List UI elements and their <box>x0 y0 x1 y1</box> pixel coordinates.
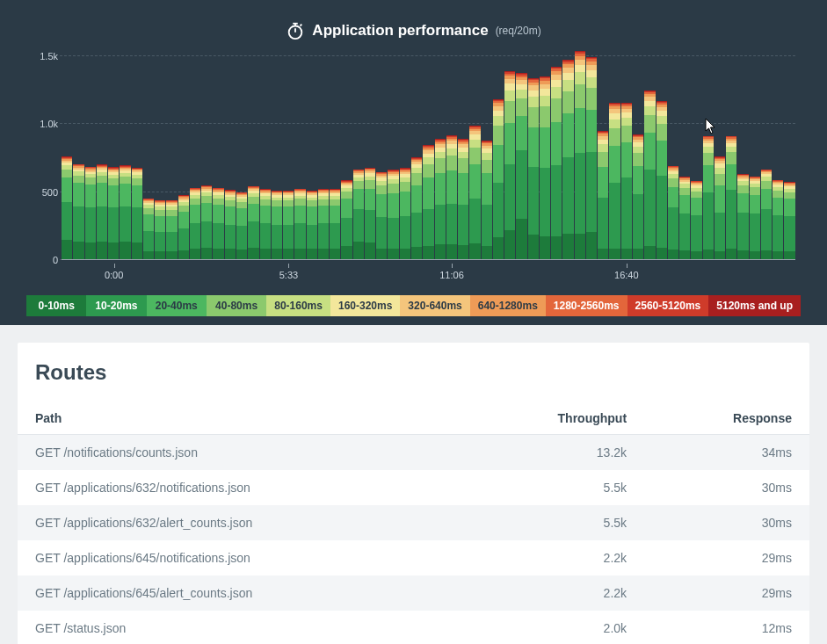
chart-bar[interactable] <box>388 170 398 259</box>
legend-item[interactable]: 20-40ms <box>147 295 207 316</box>
legend-item[interactable]: 10-20ms <box>86 295 146 316</box>
chart-bar[interactable] <box>644 90 655 259</box>
chart-bar[interactable] <box>307 191 317 259</box>
chart-bar[interactable] <box>458 139 468 259</box>
chart-bar[interactable] <box>330 189 340 259</box>
table-row[interactable]: GET /applications/645/notifications.json… <box>18 540 809 575</box>
legend-item[interactable]: 2560-5120ms <box>628 295 709 316</box>
legend-item[interactable]: 5120ms and up <box>708 295 801 316</box>
legend-item[interactable]: 40-80ms <box>207 295 266 316</box>
chart-bar[interactable] <box>85 167 96 259</box>
chart-bar[interactable] <box>411 157 422 259</box>
chart-bar[interactable] <box>562 60 573 259</box>
chart-bar[interactable] <box>190 188 200 260</box>
y-tick: 0 <box>53 255 58 265</box>
cell-throughput: 5.5k <box>461 470 644 505</box>
chart-bar[interactable] <box>482 141 492 259</box>
table-row[interactable]: GET /applications/645/alert_counts.json2… <box>18 575 809 611</box>
chart-bar[interactable] <box>784 182 794 259</box>
chart-bar[interactable] <box>365 168 375 259</box>
chart-bar[interactable] <box>668 166 678 259</box>
chart-bar[interactable] <box>143 199 154 259</box>
chart-bar[interactable] <box>260 189 271 259</box>
table-row[interactable]: GET /notifications/counts.json13.2k34ms <box>18 435 809 471</box>
chart-bar[interactable] <box>691 181 701 259</box>
chart-bars[interactable] <box>62 49 795 260</box>
chart-bar[interactable] <box>540 76 550 259</box>
chart-bar[interactable] <box>353 170 364 259</box>
cell-throughput: 13.2k <box>461 435 644 471</box>
chart-bar[interactable] <box>166 200 177 259</box>
chart-bar[interactable] <box>225 190 236 259</box>
chart-bar[interactable] <box>575 51 585 259</box>
chart-bar[interactable] <box>272 191 282 259</box>
chart-bar[interactable] <box>726 136 736 259</box>
chart-bar[interactable] <box>318 189 329 259</box>
chart-bar[interactable] <box>108 167 119 259</box>
chart-bar[interactable] <box>504 71 515 259</box>
table-row[interactable]: GET /applications/632/alert_counts.json5… <box>18 505 809 540</box>
chart-bar[interactable] <box>283 191 294 259</box>
chart-bar[interactable] <box>773 180 783 259</box>
cell-path: GET /applications/645/alert_counts.json <box>18 575 461 611</box>
cell-path: GET /applications/632/notifications.json <box>18 470 461 505</box>
legend-item[interactable]: 160-320ms <box>330 295 400 316</box>
cell-path: GET /applications/632/alert_counts.json <box>18 505 461 540</box>
cell-path: GET /status.json <box>18 611 461 644</box>
chart-bar[interactable] <box>750 177 760 259</box>
chart-bar[interactable] <box>679 177 690 259</box>
legend-item[interactable]: 640-1280ms <box>470 295 546 316</box>
table-row[interactable]: GET /status.json2.0k12ms <box>18 611 809 644</box>
chart-bar[interactable] <box>737 174 748 259</box>
chart-bar[interactable] <box>469 126 480 259</box>
chart-bar[interactable] <box>516 73 526 259</box>
legend-item[interactable]: 320-640ms <box>400 295 469 316</box>
col-response[interactable]: Response <box>644 402 809 435</box>
chart-bar[interactable] <box>62 156 72 259</box>
col-throughput[interactable]: Throughput <box>461 402 644 435</box>
chart-bar[interactable] <box>97 164 107 259</box>
chart-bar[interactable] <box>294 189 305 259</box>
chart-bar[interactable] <box>178 195 189 259</box>
chart-bar[interactable] <box>703 136 714 259</box>
table-row[interactable]: GET /applications/632/notifications.json… <box>18 470 809 505</box>
chart-bar[interactable] <box>551 67 562 260</box>
chart-bar[interactable] <box>236 192 247 259</box>
cell-path: GET /notifications/counts.json <box>18 435 461 471</box>
chart-bar[interactable] <box>435 139 446 259</box>
chart-bar[interactable] <box>528 78 539 259</box>
chart-panel: Application performance (req/20m) 05001.… <box>0 0 827 325</box>
chart-bar[interactable] <box>400 168 410 259</box>
y-axis: 05001.0k1.5k <box>26 49 58 260</box>
chart-bar[interactable] <box>341 180 352 259</box>
col-path[interactable]: Path <box>18 402 461 435</box>
chart-bar[interactable] <box>73 164 83 259</box>
cell-throughput: 5.5k <box>461 505 644 540</box>
chart-bar[interactable] <box>657 101 667 259</box>
chart-subtitle: (req/20m) <box>496 25 541 37</box>
chart-bar[interactable] <box>493 99 504 259</box>
chart-bar[interactable] <box>761 170 772 259</box>
chart-bar[interactable] <box>446 135 457 259</box>
chart-bar[interactable] <box>715 156 725 259</box>
x-axis: 0:005:3311:0616:40 <box>62 264 795 286</box>
chart-bar[interactable] <box>586 57 597 259</box>
x-tick: 5:33 <box>279 270 298 280</box>
chart-bar[interactable] <box>598 131 608 259</box>
routes-panel: Routes Path Throughput Response GET /not… <box>18 343 809 644</box>
chart-bar[interactable] <box>609 103 620 259</box>
chart-bar[interactable] <box>213 188 223 259</box>
cell-path: GET /applications/645/notifications.json <box>18 540 461 575</box>
chart-bar[interactable] <box>155 200 165 259</box>
chart-bar[interactable] <box>248 186 258 259</box>
legend-item[interactable]: 80-160ms <box>266 295 330 316</box>
chart-bar[interactable] <box>201 185 212 259</box>
chart-bar[interactable] <box>120 165 130 259</box>
chart-bar[interactable] <box>132 168 142 259</box>
chart-bar[interactable] <box>621 103 632 259</box>
legend-item[interactable]: 0-10ms <box>26 295 86 316</box>
chart-bar[interactable] <box>633 134 643 259</box>
chart-bar[interactable] <box>376 172 387 259</box>
chart-bar[interactable] <box>423 145 433 259</box>
legend-item[interactable]: 1280-2560ms <box>546 295 628 316</box>
